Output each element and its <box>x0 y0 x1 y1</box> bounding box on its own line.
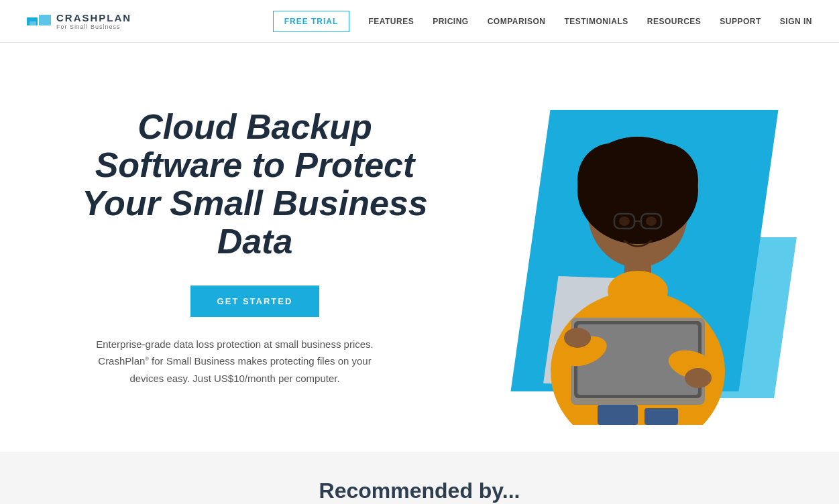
nav-support[interactable]: SUPPORT <box>720 17 761 26</box>
svg-point-22 <box>685 368 712 388</box>
svg-rect-24 <box>645 408 678 425</box>
nav-features[interactable]: FEATURES <box>368 17 414 26</box>
svg-point-21 <box>564 328 591 348</box>
nav-testimonials[interactable]: TESTIMONIALS <box>564 17 628 26</box>
recommended-title: Recommended by... <box>54 479 785 503</box>
person-svg <box>510 76 765 425</box>
svg-point-14 <box>619 216 630 226</box>
site-header: CRASHPLAN For Small Business FREE TRIAL … <box>0 0 839 43</box>
logo-name: CRASHPLAN <box>56 12 131 23</box>
hero-description: Enterprise-grade data loss protection at… <box>80 336 389 387</box>
hero-content: Cloud Backup Software to Protect Your Sm… <box>80 108 429 387</box>
svg-rect-2 <box>30 21 36 27</box>
hero-title: Cloud Backup Software to Protect Your Sm… <box>80 108 429 261</box>
hero-section: Cloud Backup Software to Protect Your Sm… <box>0 43 839 452</box>
nav-comparison[interactable]: COMPARISON <box>488 17 546 26</box>
hero-person-image <box>510 76 765 425</box>
svg-rect-1 <box>39 15 51 25</box>
logo-subtitle: For Small Business <box>56 23 131 30</box>
svg-rect-23 <box>598 405 638 425</box>
nav-free-trial-button[interactable]: FREE TRIAL <box>273 11 350 32</box>
get-started-button[interactable]: GET STARTED <box>190 286 320 317</box>
hero-cta-container: GET STARTED <box>80 286 429 317</box>
logo[interactable]: CRASHPLAN For Small Business <box>27 12 131 31</box>
hero-image-area <box>429 70 785 425</box>
nav-pricing[interactable]: PRICING <box>433 17 469 26</box>
svg-point-10 <box>608 271 668 311</box>
main-nav: FREE TRIAL FEATURES PRICING COMPARISON T… <box>273 11 812 32</box>
recommended-section: Recommended by... PCMag WIRED PC <box>0 452 839 504</box>
crashplan-logo-icon <box>27 12 51 31</box>
logo-text-container: CRASHPLAN For Small Business <box>56 12 131 30</box>
svg-point-8 <box>591 137 685 204</box>
svg-point-15 <box>646 216 657 226</box>
nav-resources[interactable]: RESOURCES <box>647 17 702 26</box>
nav-sign-in[interactable]: SIGN IN <box>780 17 812 26</box>
